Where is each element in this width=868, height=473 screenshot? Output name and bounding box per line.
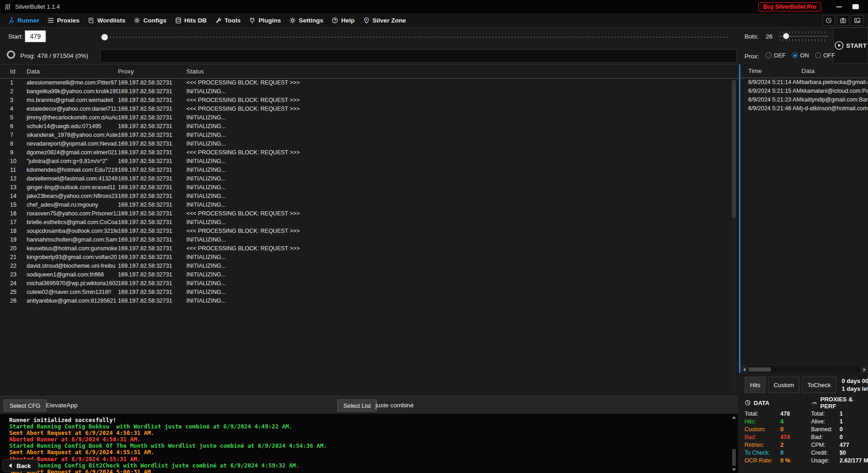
bots-slider[interactable] xyxy=(778,30,829,42)
prog-label: Prog: xyxy=(20,52,35,59)
prox-off-radio[interactable]: OFF xyxy=(815,52,835,59)
table-row[interactable]: 6 schukr14@uwgb.edu:071495 169.197.82.58… xyxy=(0,122,738,131)
table-row[interactable]: 4 estatedecor@yahoo.com:daniel711: 169.1… xyxy=(0,105,738,113)
cell-status: INITIALIZING... xyxy=(186,87,738,96)
table-row[interactable]: 15 chef_ades@mail.ru:mgouny 169.197.82.5… xyxy=(0,201,738,209)
col-id[interactable]: Id xyxy=(10,68,27,75)
menu-label: Plugins xyxy=(258,17,281,24)
select-cfg-button[interactable]: Select CFG xyxy=(4,400,46,411)
stat-value: 4 xyxy=(780,418,784,425)
hit-row[interactable]: 6/9/2024 5:21:15 AM kkamalani@icloud.com… xyxy=(740,87,868,96)
camera-button[interactable] xyxy=(837,15,849,26)
table-vertical-scrollbar[interactable] xyxy=(731,79,737,392)
stat-value: 0 xyxy=(780,450,784,456)
cell-status: INITIALIZING... xyxy=(186,279,738,288)
table-row[interactable]: 1 alessiomemerelli@me.com:Pitter97 169.1… xyxy=(0,79,738,87)
scrollbar-thumb[interactable] xyxy=(749,367,771,372)
cell-time: 6/9/2024 5:21:23 AM xyxy=(748,96,801,104)
hits-panel-tab[interactable]: Hits xyxy=(745,377,766,393)
cell-hit-data: barbara.pietrecka@gmail.c xyxy=(801,78,868,87)
scrollbar-thumb[interactable] xyxy=(732,449,736,466)
buy-pro-button[interactable]: Buy SilverBullet Pro xyxy=(758,2,821,11)
menu-wordlists[interactable]: Wordlists xyxy=(84,13,129,27)
hits-db-icon xyxy=(175,17,182,24)
table-row[interactable]: 26 antiyaniblue@gmail.com:81285621 169.1… xyxy=(0,297,738,305)
menu-runner[interactable]: Runner xyxy=(4,13,43,27)
start-button[interactable]: START xyxy=(833,28,868,63)
cell-proxy: 169.197.82.58:32731 xyxy=(118,166,186,175)
start-input[interactable] xyxy=(25,30,46,42)
table-row[interactable]: 2 bangelika99k@yahoo.com:krolik199 169.1… xyxy=(0,87,738,96)
log-scrollbar[interactable] xyxy=(731,415,737,472)
cell-id: 5 xyxy=(10,113,27,122)
col-status[interactable]: Status xyxy=(186,68,738,75)
minimize-button[interactable] xyxy=(833,2,845,11)
menu-help[interactable]: Help xyxy=(327,13,358,27)
proxy-mode-radios: DEF ON OFF xyxy=(766,52,835,59)
scroll-up-icon[interactable] xyxy=(732,416,736,419)
table-row[interactable]: 10 "julistra@aol.com:g=9,81m/s^2" 169.19… xyxy=(0,157,738,166)
log-line: Sent Abort Request at 6/9/2024 4:50:31 A… xyxy=(9,430,738,436)
menu-plugins[interactable]: Plugins xyxy=(245,13,285,27)
menu-silver-zone[interactable]: Silver Zone xyxy=(359,13,410,27)
table-row[interactable]: 24 michal3695970@wp.pl:wiktoria1602 169.… xyxy=(0,279,738,288)
hits-panel-tab[interactable]: ToCheck xyxy=(802,377,836,393)
table-row[interactable]: 3 ms.branniu@gmail.com:wemadeit 169.197.… xyxy=(0,96,738,105)
table-row[interactable]: 20 keusebius@hotmail.com:gunsmoke 169.19… xyxy=(0,244,738,253)
image-button[interactable] xyxy=(851,15,863,26)
table-row[interactable]: 21 kingrobertp93@gmail.com:volfan20 169.… xyxy=(0,253,738,262)
log-line: Started Running Config Bokksu with Wordl… xyxy=(9,423,738,430)
cell-status: <<< PROCESSING BLOCK: REQUEST >>> xyxy=(186,96,738,105)
col-time[interactable]: Time xyxy=(748,68,801,74)
menu-configs[interactable]: Configs xyxy=(129,13,170,27)
table-row[interactable]: 19 hannahmscholten@gmail.com:Sam: 169.19… xyxy=(0,236,738,244)
scroll-down-icon[interactable] xyxy=(732,468,736,471)
scroll-left-button[interactable] xyxy=(740,366,748,373)
table-row[interactable]: 18 soupcdosamba@outlook.com:321fe 169.19… xyxy=(0,227,738,236)
select-list-button[interactable]: Select List xyxy=(337,400,377,411)
table-row[interactable]: 16 roxasven75@yahoo.com:Prisoner12 169.1… xyxy=(0,209,738,218)
menu-hits-db[interactable]: Hits DB xyxy=(171,13,211,27)
table-row[interactable]: 22 david.stroud@biochemie.uni-freibu 169… xyxy=(0,262,738,270)
menu-settings[interactable]: Settings xyxy=(285,13,327,27)
start-slider[interactable] xyxy=(100,34,730,40)
cell-data: michal3695970@wp.pl:wiktoria1602 xyxy=(27,279,118,288)
table-row[interactable]: 12 daniellemoel@fastmail.com:413249 169.… xyxy=(0,175,738,183)
history-button[interactable] xyxy=(823,15,835,26)
start-slider-thumb[interactable] xyxy=(101,34,108,40)
hit-row[interactable]: 6/9/2024 5:21:14 AM barbara.pietrecka@gm… xyxy=(740,78,868,87)
cell-status: INITIALIZING... xyxy=(186,140,738,148)
close-button[interactable] xyxy=(850,2,862,11)
table-row[interactable]: 11 kdomendes@hotmail.com:Edu7219 169.197… xyxy=(0,166,738,175)
bots-slider-thumb[interactable] xyxy=(783,33,789,39)
cell-proxy: 169.197.82.58:32731 xyxy=(118,253,186,262)
table-row[interactable]: 17 brielle.esthetics@gmail.com:CoCoa" 16… xyxy=(0,218,738,227)
hits-horizontal-scrollbar[interactable] xyxy=(740,366,868,373)
table-row[interactable]: 25 cuteie02@naver.com:Smin1318!! 169.197… xyxy=(0,288,738,297)
col-data[interactable]: Data xyxy=(27,68,118,75)
timer-days-left: 1 days left xyxy=(842,385,868,393)
table-row[interactable]: 23 sodiqueen1@gmail.com:thfl66 169.197.8… xyxy=(0,270,738,279)
cell-status: INITIALIZING... xyxy=(186,236,738,244)
hit-row[interactable]: 6/9/2024 5:21:46 AM j-d-atkinson@hotmail… xyxy=(740,104,868,113)
table-row[interactable]: 14 jake23bears@yahoo.com:Nflroxs23 169.1… xyxy=(0,192,738,201)
table-row[interactable]: 5 jimmy@thecarlocksmith.com:dAuAc 169.19… xyxy=(0,113,738,122)
scrollbar-thumb[interactable] xyxy=(732,80,736,218)
hits-panel-tab[interactable]: Custom xyxy=(768,377,800,393)
table-row[interactable]: 8 nevadareport@yopmail.com:Nevad. 169.19… xyxy=(0,140,738,148)
back-button[interactable]: Back xyxy=(2,459,39,472)
col-hit-data[interactable]: Data xyxy=(801,68,868,74)
table-row[interactable]: 13 ginger-ting@outlook.com:erased11 169.… xyxy=(0,183,738,192)
hit-row[interactable]: 6/9/2024 5:21:23 AM kaitlyndip@gmail.com… xyxy=(740,96,868,104)
menu-tools[interactable]: Tools xyxy=(211,13,245,27)
menu-proxies[interactable]: Proxies xyxy=(43,13,84,27)
scroll-right-button[interactable] xyxy=(861,366,868,373)
col-proxy[interactable]: Proxy xyxy=(118,68,186,75)
prox-def-radio[interactable]: DEF xyxy=(766,52,786,59)
table-row[interactable]: 7 sikanderak_1978@yahoo.com:Aster 169.19… xyxy=(0,131,738,140)
runner-log[interactable]: Runner initialized succesfully! Started … xyxy=(0,414,738,473)
stat-row: OCR Rate: 0 % xyxy=(745,456,809,464)
table-row[interactable]: 9 dgomez0824@gmail.com:elmer021 169.197.… xyxy=(0,148,738,157)
prox-on-radio[interactable]: ON xyxy=(792,52,809,59)
cell-status: <<< PROCESSING BLOCK: REQUEST >>> xyxy=(186,79,738,87)
